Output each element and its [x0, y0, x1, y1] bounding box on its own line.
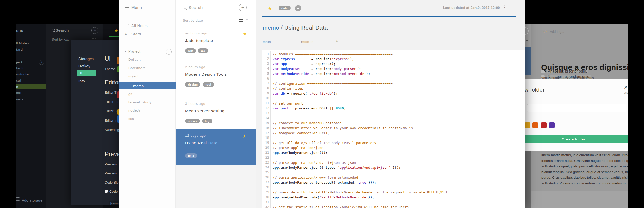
last-updated-label: Last updated at Jan.9, 2017 12:00: [443, 6, 500, 10]
star-icon[interactable]: ★: [114, 28, 118, 34]
folder-color-swatch[interactable]: [549, 122, 555, 128]
dark-search-input[interactable]: Search: [56, 28, 69, 32]
sidebar-folder[interactable]: mo: [16, 91, 21, 95]
code-line: 2var express = require('express');: [262, 56, 525, 61]
new-tab-button[interactable]: +: [336, 39, 338, 44]
list-view-icon[interactable]: ≡: [526, 40, 528, 43]
right-window-dimmed: ≡ ☆ Add tag... Phasellus id tortor odio.…: [525, 24, 628, 208]
all-notes-icon: [125, 24, 129, 27]
list-view-icon[interactable]: ≡: [246, 18, 248, 22]
line-number: 31: [262, 200, 271, 205]
tag-badge[interactable]: wip: [185, 48, 196, 53]
dark-project-label[interactable]: ject: [16, 60, 22, 64]
grid-view-icon[interactable]: [239, 19, 243, 22]
code-text: var bodyParser = require('body-parser');: [271, 66, 362, 71]
code-line: 4var bodyParser = require('body-parser')…: [262, 66, 525, 71]
code-text: [271, 96, 273, 101]
tag-badge[interactable]: design: [185, 82, 200, 87]
dark-new-note-button[interactable]: +: [91, 27, 98, 34]
settings-row[interactable]: Preview F: [105, 162, 120, 166]
search-input[interactable]: Search: [189, 5, 203, 10]
code-line: 28: [262, 185, 525, 190]
sidebar-folder[interactable]: fault: [16, 66, 24, 70]
note-star-toggle[interactable]: ★: [267, 5, 272, 11]
new-note-button[interactable]: +: [239, 4, 247, 11]
add-folder-button[interactable]: +: [166, 49, 172, 55]
dark-all-notes[interactable]: ll Notes: [16, 41, 29, 45]
tab-main[interactable]: main: [263, 40, 271, 44]
sidebar-folder[interactable]: Boostnote: [128, 66, 146, 70]
code-editor[interactable]: 1// modules ============================…: [262, 50, 525, 208]
settings-tab[interactable]: Storages: [78, 57, 94, 61]
settings-row[interactable]: Editor Fo: [105, 109, 118, 113]
star-outline-icon[interactable]: ☆: [543, 29, 547, 35]
hamburger-icon[interactable]: [125, 5, 129, 10]
dark-starred[interactable]: tard: [16, 48, 23, 51]
breadcrumb-folder[interactable]: memo: [263, 24, 279, 31]
sort-selector[interactable]: Sort by date: [183, 18, 203, 22]
tag-badge[interactable]: server: [185, 119, 200, 124]
project-collapse-icon[interactable]: ▼: [124, 50, 127, 53]
menu-label[interactable]: Menu: [131, 5, 142, 10]
note-star[interactable]: ★: [243, 134, 246, 139]
sidebar-folder[interactable]: mysql: [128, 74, 138, 78]
note-tag-badge[interactable]: data: [279, 6, 291, 10]
sidebar-folder[interactable]: git: [128, 92, 133, 96]
settings-theme-row[interactable]: Theme: [105, 67, 115, 71]
create-folder-button[interactable]: Create folder: [525, 135, 628, 143]
sidebar-folder[interactable]: sql: [16, 79, 21, 82]
settings-tab-active[interactable]: UI: [77, 70, 96, 76]
code-text: [271, 76, 273, 81]
sidebar-folder[interactable]: Default: [128, 57, 141, 61]
tag-badge[interactable]: tool: [203, 82, 214, 87]
sidebar-item-all-notes[interactable]: All Notes: [131, 24, 148, 28]
settings-row[interactable]: Code Blo: [105, 180, 118, 184]
settings-row[interactable]: Editor Th: [105, 90, 118, 94]
settings-row[interactable]: Preview F: [105, 171, 120, 175]
code-block-checkbox[interactable]: [105, 190, 108, 193]
sidebar-folder[interactable]: ners: [16, 97, 24, 101]
folder-color-swatch[interactable]: [525, 122, 530, 128]
sidebar-item-starred[interactable]: Stard: [131, 32, 141, 36]
note-item[interactable]: 2 hours agoModern Design Toolsdesigntool: [185, 65, 250, 87]
folder-color-swatch[interactable]: [532, 122, 538, 128]
tag-badge[interactable]: tag: [198, 48, 208, 53]
folder-name-input[interactable]: [527, 104, 626, 112]
sidebar-folder[interactable]: nodeJs: [128, 108, 141, 112]
sidebar-folder[interactable]: ostnote: [16, 72, 29, 76]
note-menu-icon[interactable]: ⋮: [502, 5, 507, 10]
close-icon[interactable]: ×: [624, 84, 628, 90]
sidebar-folder[interactable]: css: [128, 117, 134, 121]
dark-add-folder-button[interactable]: +: [39, 60, 44, 65]
body-text-line: sollicitudin. Vivamus condimentum commod…: [541, 180, 627, 186]
add-storage-button[interactable]: Add storage: [22, 198, 42, 202]
sidebar-folder[interactable]: laravel_study: [128, 100, 152, 104]
line-number: 11: [262, 101, 271, 106]
note-item-selected[interactable]: 12 days ago★Using Real Datadata: [176, 129, 256, 165]
settings-tab[interactable]: Hotkey: [78, 64, 90, 68]
project-label[interactable]: Project: [128, 49, 141, 53]
dark-sort-label[interactable]: Sort by xxx: [52, 38, 69, 41]
add-tag-button[interactable]: +: [295, 5, 301, 11]
active-tab-underline: [262, 46, 294, 46]
tag-badge[interactable]: data: [185, 153, 197, 158]
note-star[interactable]: ★: [243, 31, 247, 36]
search-icon: [52, 29, 55, 32]
settings-row[interactable]: Editor Fo: [105, 100, 118, 104]
settings-row[interactable]: Switching: [105, 128, 119, 132]
add-tag-input[interactable]: Add tag...: [550, 30, 564, 34]
right-selected-note-sliver[interactable]: [525, 47, 531, 75]
new-note-button-partial[interactable]: [525, 27, 529, 35]
note-item[interactable]: an hours ago★Jade templatewiptag: [185, 31, 250, 53]
folder-color-swatch[interactable]: [541, 122, 547, 128]
sidebar-folder-selected[interactable]: memo: [119, 82, 176, 89]
sidebar-folder-selected[interactable]: e: [16, 84, 46, 89]
dark-menu-label[interactable]: enu: [16, 28, 23, 33]
tag-badge[interactable]: tag: [202, 119, 212, 124]
right-notelist-strip: ≡: [525, 24, 531, 47]
settings-row[interactable]: Editor Inc: [105, 119, 119, 122]
tab-module[interactable]: module: [301, 40, 313, 44]
settings-tab[interactable]: Info: [78, 79, 85, 83]
note-item[interactable]: 3 hours agoMean server settingservertag: [185, 102, 250, 124]
code-line: 31: [262, 200, 525, 205]
